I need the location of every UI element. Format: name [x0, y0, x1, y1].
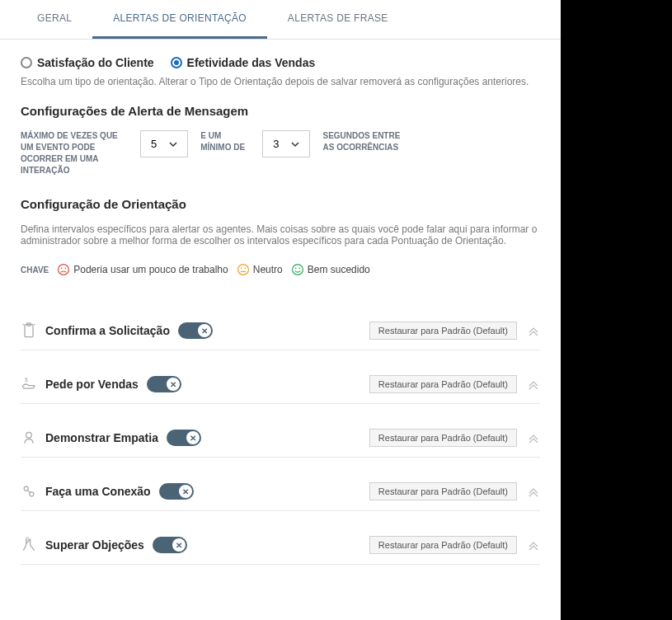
- alert-settings-row: MÁXIMO DE VEZES QUE UM EVENTO PODE OCORR…: [21, 130, 540, 176]
- tab-alertas-frase[interactable]: ALERTAS DE FRASE: [267, 0, 409, 39]
- guidance-item-pede-vendas: $ Pede por Vendas ✕ Restaurar para Padrã…: [21, 350, 540, 404]
- svg-text:$: $: [25, 377, 28, 383]
- svg-point-19: [26, 538, 29, 540]
- guidance-item-objecoes: Superar Objeções ✕ Restaurar para Padrão…: [21, 511, 540, 565]
- svg-point-0: [59, 265, 69, 275]
- collapse-icon[interactable]: [527, 485, 540, 498]
- radio-icon: [171, 57, 182, 68]
- radio-satisfacao-cliente[interactable]: Satisfação do Cliente: [21, 56, 154, 69]
- connection-icon: [21, 483, 37, 500]
- restore-default-button[interactable]: Restaurar para Padrão (Default): [369, 322, 517, 340]
- svg-point-12: [23, 324, 25, 326]
- select-value: 5: [151, 138, 157, 150]
- legend-neutral: Neutro: [237, 263, 283, 276]
- svg-line-18: [27, 490, 30, 492]
- max-events-select[interactable]: 5: [140, 130, 188, 157]
- tab-geral[interactable]: GERAL: [16, 0, 92, 39]
- toggle-knob: ✕: [167, 378, 180, 391]
- legend-good-label: Bem sucedido: [308, 264, 370, 275]
- radio-label: Satisfação do Cliente: [37, 56, 154, 69]
- empathy-icon: [21, 430, 37, 446]
- chevron-down-icon: [169, 140, 177, 148]
- hurdle-icon: [21, 537, 37, 553]
- chevron-down-icon: [291, 140, 299, 148]
- radio-efetividade-vendas[interactable]: Efetividade das Vendas: [171, 56, 316, 69]
- guidance-config-title: Configuração de Orientação: [21, 197, 540, 211]
- svg-point-9: [298, 268, 300, 270]
- radio-label: Efetividade das Vendas: [187, 56, 316, 69]
- svg-point-15: [26, 432, 32, 438]
- guidance-title: Demonstrar Empatia: [45, 431, 158, 444]
- restore-default-button[interactable]: Restaurar para Padrão (Default): [369, 536, 517, 554]
- guidance-title: Pede por Vendas: [45, 378, 139, 391]
- clipboard-icon: [21, 322, 37, 339]
- collapse-icon[interactable]: [527, 431, 540, 444]
- toggle-pede-vendas[interactable]: ✕: [147, 376, 181, 392]
- svg-point-3: [237, 265, 248, 275]
- legend-good: Bem sucedido: [291, 263, 370, 276]
- restore-default-button[interactable]: Restaurar para Padrão (Default): [369, 375, 517, 393]
- toggle-knob: ✕: [179, 485, 192, 498]
- guidance-item-conexao: Faça uma Conexão ✕ Restaurar para Padrão…: [21, 458, 540, 511]
- svg-point-4: [241, 268, 242, 270]
- guidance-item-empatia: Demonstrar Empatia ✕ Restaurar para Padr…: [21, 404, 540, 458]
- svg-point-5: [244, 268, 246, 270]
- tabs-bar: GERAL ALERTAS DE ORIENTAÇÃO ALERTAS DE F…: [0, 0, 561, 40]
- svg-point-1: [61, 268, 63, 270]
- radio-icon: [21, 57, 32, 68]
- guidance-title: Superar Objeções: [45, 538, 144, 552]
- svg-point-13: [34, 324, 35, 326]
- guidance-title: Faça uma Conexão: [45, 485, 151, 498]
- toggle-conexao[interactable]: ✕: [159, 483, 194, 500]
- legend-neutral-label: Neutro: [253, 264, 283, 275]
- neutral-face-icon: [237, 263, 250, 276]
- svg-point-2: [65, 268, 67, 270]
- seconds-between-label: SEGUNDOS ENTRE AS OCORRÊNCIAS: [322, 130, 405, 153]
- max-events-label: MÁXIMO DE VEZES QUE UM EVENTO PODE OCORR…: [21, 130, 128, 176]
- toggle-empatia[interactable]: ✕: [167, 430, 201, 446]
- legend-key-label: CHAVE: [21, 265, 49, 275]
- alert-settings-title: Configurações de Alerta de Mensagem: [21, 104, 540, 118]
- collapse-icon[interactable]: [527, 378, 540, 391]
- restore-default-button[interactable]: Restaurar para Padrão (Default): [369, 429, 517, 447]
- toggle-knob: ✕: [198, 324, 211, 337]
- min-seconds-select[interactable]: 3: [262, 130, 310, 157]
- select-value: 3: [273, 138, 279, 150]
- sad-face-icon: [57, 263, 70, 276]
- toggle-knob: ✕: [186, 431, 200, 444]
- guidance-config-help: Defina intervalos específicos para alert…: [21, 223, 540, 247]
- toggle-confirma[interactable]: ✕: [178, 322, 213, 339]
- collapse-icon[interactable]: [527, 324, 540, 337]
- toggle-knob: ✕: [172, 538, 186, 552]
- collapse-icon[interactable]: [527, 538, 540, 552]
- orientation-type-group: Satisfação do Cliente Efetividade das Ve…: [21, 56, 540, 69]
- orientation-help-text: Escolha um tipo de orientação. Alterar o…: [21, 76, 540, 87]
- guidance-item-confirma: Confirma a Solicitação ✕ Restaurar para …: [21, 297, 540, 350]
- dollar-hand-icon: $: [21, 376, 37, 392]
- legend-row: CHAVE Poderia usar um pouco de trabalho …: [21, 263, 540, 276]
- tab-alertas-orientacao[interactable]: ALERTAS DE ORIENTAÇÃO: [92, 0, 267, 39]
- toggle-objecoes[interactable]: ✕: [153, 537, 187, 553]
- restore-default-button[interactable]: Restaurar para Padrão (Default): [369, 482, 517, 500]
- happy-face-icon: [291, 263, 304, 276]
- guidance-title: Confirma a Solicitação: [45, 324, 170, 337]
- svg-point-7: [292, 265, 303, 275]
- legend-bad-label: Poderia usar um pouco de trabalho: [73, 264, 228, 275]
- legend-bad: Poderia usar um pouco de trabalho: [57, 263, 228, 276]
- svg-point-8: [295, 268, 297, 270]
- min-label: E UM MÍNIMO DE: [200, 130, 250, 153]
